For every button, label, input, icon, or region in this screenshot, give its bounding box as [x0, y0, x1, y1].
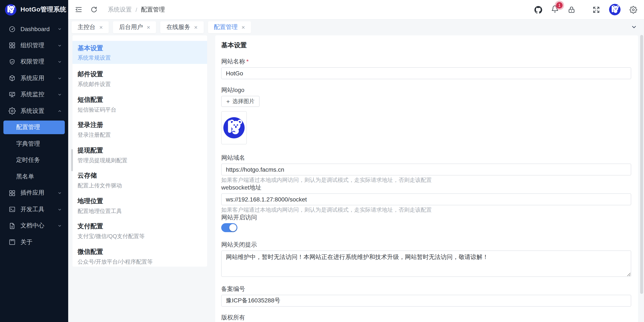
sidebar-subitem-cron[interactable]: 定时任务 — [0, 152, 68, 168]
close-icon[interactable]: × — [194, 24, 198, 30]
tab-list-chevron-icon[interactable] — [631, 24, 637, 30]
menu-section-title: 基本设置 — [78, 44, 202, 52]
page-scrollbar-thumb[interactable] — [640, 35, 643, 294]
field-icp: 备案编号 — [221, 285, 631, 307]
sidebar-nav: Dashboard 组织管理 权限管理 系统应用 系统监控 — [0, 19, 68, 251]
sidebar-subitem-config[interactable]: 配置管理 — [0, 119, 68, 136]
chevron-down-icon — [57, 207, 62, 212]
chevron-down-icon — [57, 191, 62, 196]
menu-section-withdraw[interactable]: 提现配置 管理员提现规则配置 — [72, 146, 207, 164]
menu-section-subtitle: 系统邮件设置 — [78, 80, 207, 88]
github-icon[interactable] — [534, 6, 542, 13]
sidebar-item-label: 黑名单 — [16, 173, 34, 181]
app-logo-row[interactable]: HotGo管理系统 — [0, 0, 68, 19]
site-open-label: 网站开启访问 — [221, 213, 631, 222]
sidebar-item-label: 开发工具 — [20, 206, 44, 213]
close-tip-textarea[interactable]: 网站维护中，暂时无法访问！本网站正在进行系统维护和技术升级，网站暂时无法访问，敬… — [221, 251, 631, 277]
topbar: 系统设置 / 配置管理 1 — [68, 0, 644, 19]
icp-input[interactable] — [221, 295, 631, 307]
menu-section-title: 微信配置 — [78, 247, 207, 256]
tab-label: 主控台 — [78, 23, 96, 31]
sidebar-subitem-dict[interactable]: 字典管理 — [0, 136, 68, 152]
copyright-label: 版权所有 — [221, 313, 631, 322]
avatar-koala-icon — [609, 4, 620, 15]
sidebar-item-docs[interactable]: 文档中心 — [0, 218, 68, 234]
menu-section-title: 云存储 — [78, 171, 207, 180]
sidebar-item-label: 系统设置 — [20, 107, 44, 115]
sidebar-item-label: 组织管理 — [20, 42, 44, 49]
field-site-open: 网站开启访问 — [221, 213, 631, 232]
tab-admin-users[interactable]: 后台用户 × — [113, 21, 156, 33]
close-icon[interactable]: × — [242, 24, 245, 30]
sidebar-item-label: Dashboard — [20, 26, 50, 32]
close-tip-label: 网站关闭提示 — [221, 240, 631, 249]
sidebar-item-permission[interactable]: 权限管理 — [0, 54, 68, 70]
app-window: HotGo管理系统 Dashboard 组织管理 权限管理 系统应用 — [0, 0, 644, 322]
field-close-tip: 网站关闭提示 网站维护中，暂时无法访问！本网站正在进行系统维护和技术升级，网站暂… — [221, 240, 631, 277]
logo-preview[interactable] — [221, 111, 247, 144]
menu-scrollbar-thumb[interactable] — [71, 149, 73, 171]
grid-icon — [8, 42, 16, 49]
refresh-icon[interactable] — [90, 6, 98, 13]
sidebar-item-app[interactable]: 系统应用 — [0, 70, 68, 86]
sidebar-subitem-blacklist[interactable]: 黑名单 — [0, 168, 68, 185]
shield-check-icon — [8, 58, 16, 66]
select-image-button[interactable]: + 选择图片 — [221, 96, 260, 107]
menu-section-subtitle: 管理员提现规则配置 — [78, 157, 207, 164]
tab-config-management[interactable]: 配置管理 × — [208, 21, 251, 33]
menu-section-pay[interactable]: 支付配置 支付宝/微信/QQ支付配置等 — [72, 222, 207, 240]
menu-fold-icon[interactable] — [75, 6, 82, 13]
menu-section-cloud-storage[interactable]: 云存储 配置上传文件驱动 — [72, 171, 207, 190]
sidebar-item-monitor[interactable]: 系统监控 — [0, 86, 68, 103]
menu-section-mail[interactable]: 邮件设置 系统邮件设置 — [72, 70, 207, 88]
main-area: 系统设置 / 配置管理 1 — [68, 0, 644, 322]
app-logo-icon — [5, 3, 16, 15]
sidebar-item-org[interactable]: 组织管理 — [0, 37, 68, 54]
site-domain-helper: 如果客户端通过本地或内网访问，则认为是调试模式，走实际请求地址，否则走该配置 — [221, 177, 631, 183]
site-name-input[interactable] — [221, 67, 631, 79]
menu-section-sms[interactable]: 短信配置 短信验证码平台 — [72, 95, 207, 113]
menu-section-wechat[interactable]: 微信配置 公众号/开放平台/小程序配置等 — [72, 247, 207, 266]
site-open-toggle[interactable] — [221, 223, 238, 232]
site-domain-input[interactable] — [221, 164, 631, 175]
notifications-button[interactable]: 1 — [551, 5, 559, 14]
menu-section-subtitle: 登录注册配置 — [78, 131, 207, 139]
site-logo-label: 网站logo — [221, 86, 631, 94]
menu-section-subtitle: 配置地理位置工具 — [78, 207, 207, 215]
tab-console[interactable]: 主控台 × — [72, 21, 109, 33]
icp-label: 备案编号 — [221, 285, 631, 293]
sidebar-item-label: 系统监控 — [20, 91, 44, 99]
content-area: 基本设置 系统常规设置 邮件设置 系统邮件设置 短信配置 短信验证码平台 登录注… — [68, 35, 644, 322]
sidebar-item-plugin[interactable]: 插件应用 — [0, 185, 68, 201]
gear-icon[interactable] — [630, 6, 637, 13]
avatar[interactable] — [609, 4, 620, 15]
topbar-actions: 1 — [534, 4, 637, 15]
chevron-down-icon — [57, 43, 62, 48]
menu-section-subtitle: 公众号/开放平台/小程序配置等 — [78, 258, 207, 266]
close-icon[interactable]: × — [99, 24, 103, 30]
sidebar-item-label: 权限管理 — [20, 58, 44, 66]
sidebar-item-dashboard[interactable]: Dashboard — [0, 21, 68, 37]
lock-icon[interactable] — [568, 6, 576, 13]
breadcrumb-parent[interactable]: 系统设置 — [108, 6, 132, 13]
menu-section-login[interactable]: 登录注册 登录注册配置 — [72, 121, 207, 139]
terminal-icon — [8, 206, 16, 213]
sidebar-item-devtools[interactable]: 开发工具 — [0, 201, 68, 218]
tab-label: 配置管理 — [214, 23, 238, 31]
breadcrumb-current: 配置管理 — [141, 6, 165, 13]
menu-section-basic[interactable]: 基本设置 系统常规设置 — [72, 41, 207, 64]
tab-bar: 主控台 × 后台用户 × 在线服务 × 配置管理 × — [68, 19, 644, 35]
menu-section-geo[interactable]: 地理位置 配置地理位置工具 — [72, 197, 207, 215]
breadcrumb-separator: / — [136, 6, 137, 13]
sidebar-item-settings[interactable]: 系统设置 — [0, 103, 68, 119]
websocket-input[interactable] — [221, 193, 631, 205]
field-copyright: 版权所有 — [221, 313, 631, 322]
fullscreen-icon[interactable] — [592, 6, 600, 13]
close-icon[interactable]: × — [146, 24, 150, 30]
tab-label: 在线服务 — [166, 23, 190, 31]
menu-section-title: 支付配置 — [78, 222, 207, 230]
menu-section-subtitle: 系统常规设置 — [78, 54, 202, 62]
sidebar: HotGo管理系统 Dashboard 组织管理 权限管理 系统应用 — [0, 0, 68, 322]
tab-online-service[interactable]: 在线服务 × — [160, 21, 204, 33]
sidebar-item-about[interactable]: 关于 — [0, 234, 68, 251]
